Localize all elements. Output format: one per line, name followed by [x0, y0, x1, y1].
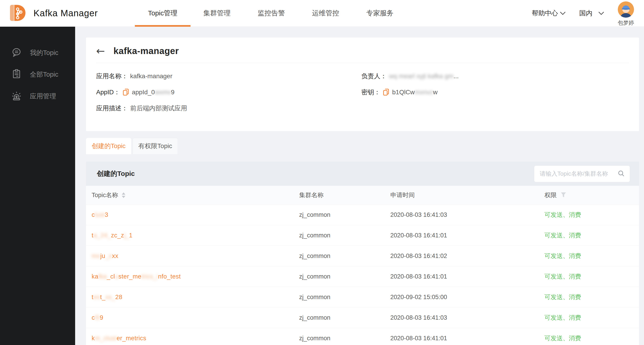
- cluster-name-cell: zj_common: [299, 273, 390, 280]
- topic-name-link[interactable]: cl59: [92, 314, 299, 321]
- secret-row: 密钥： b1QlCwmxnvzw: [361, 87, 629, 97]
- applied-time-cell: 2020-08-03 16:41:03: [390, 314, 544, 321]
- search-icon[interactable]: [618, 170, 625, 178]
- topic-tabs: 创建的Topic 有权限Topic: [86, 138, 644, 154]
- nav-item[interactable]: 运维管控: [298, 0, 353, 27]
- copy-icon[interactable]: [122, 88, 129, 96]
- cluster-name-cell: zj_common: [299, 314, 390, 321]
- owner-label: 负责人：: [361, 72, 387, 80]
- app-desc-label: 应用描述：: [96, 104, 128, 113]
- permission-cell: 可发送、消费: [544, 334, 639, 342]
- app-title: Kafka Manager: [34, 8, 98, 18]
- table-row: cl59 zj_common 2020-08-03 16:41:03 可发送、消…: [86, 308, 639, 328]
- owner-value: wq mearl xyjt kafka gm...: [389, 72, 459, 80]
- top-bar: Kafka Manager Topic管理 集群管理 监控告警 运维管控 专家服…: [0, 0, 644, 27]
- tab[interactable]: 创建的Topic: [86, 138, 131, 154]
- column-header-topic: Topic名称: [92, 191, 299, 199]
- column-header-permission-label: 权限: [544, 191, 557, 199]
- secret-label: 密钥：: [361, 88, 380, 96]
- nav-item[interactable]: 监控告警: [244, 0, 298, 27]
- topic-name-link[interactable]: test_xx_28: [92, 294, 299, 301]
- page-title-row: ← kafka-manager: [86, 37, 639, 56]
- sidebar-item[interactable]: 我的Topic: [0, 42, 75, 64]
- sidebar-item-icon: [11, 69, 22, 81]
- detail-left-column: 应用名称： kafka-manager AppID： appId_0wxmv9 …: [96, 71, 361, 119]
- app-detail-card: ← kafka-manager 应用名称： kafka-manager AppI…: [86, 37, 639, 131]
- nav-item[interactable]: 专家服务: [353, 0, 407, 27]
- nav-item-label: Topic管理: [148, 9, 178, 17]
- topic-name-link[interactable]: km_cluster_metrics: [92, 335, 299, 342]
- table-row: km_cluster_metrics zj_common 2020-08-03 …: [86, 328, 639, 345]
- search-input[interactable]: [539, 170, 618, 177]
- nav-item-label: 专家服务: [366, 9, 394, 17]
- app-name-label: 应用名称：: [96, 72, 128, 80]
- column-header-topic-label: Topic名称: [92, 191, 118, 199]
- table-body: clust3 zj_common 2020-08-03 16:41:03 可发送…: [86, 205, 639, 345]
- detail-right-column: 负责人： wq mearl xyjt kafka gm... 密钥： b1QlC…: [361, 71, 629, 119]
- column-header-permission: 权限: [544, 191, 639, 199]
- permission-cell: 可发送、消费: [544, 211, 639, 219]
- applied-time-cell: 2020-08-03 16:41:01: [390, 232, 544, 239]
- tab[interactable]: 有权限Topic: [132, 138, 178, 154]
- column-header-time: 申请时间: [390, 191, 544, 199]
- back-arrow-icon[interactable]: ←: [96, 46, 105, 56]
- nav-item-label: 运维管控: [312, 9, 339, 17]
- sidebar-item-label: 应用管理: [30, 92, 56, 101]
- applied-time-cell: 2020-08-03 16:41:01: [390, 273, 544, 280]
- tab-label: 有权限Topic: [138, 142, 172, 149]
- column-header-cluster-label: 集群名称: [299, 191, 324, 199]
- brand: Kafka Manager: [0, 3, 105, 24]
- owner-row: 负责人： wq mearl xyjt kafka gm...: [361, 71, 629, 81]
- sidebar-item[interactable]: 全部Topic: [0, 64, 75, 85]
- app-name-value: kafka-manager: [130, 72, 172, 80]
- secret-value: b1QlCwmxnvzw: [392, 89, 438, 96]
- sort-icon[interactable]: [122, 192, 125, 198]
- cluster-name-cell: zj_common: [299, 253, 390, 260]
- topic-name-link[interactable]: kafka_cluster_metrics_info_test: [92, 273, 299, 280]
- permission-cell: 可发送、消费: [544, 273, 639, 281]
- applied-time-cell: 2020-08-03 16:41:01: [390, 335, 544, 342]
- region-select[interactable]: 国内: [579, 9, 604, 18]
- nav-item[interactable]: 集群管理: [190, 0, 244, 27]
- permission-cell: 可发送、消费: [544, 252, 639, 260]
- page-title: kafka-manager: [114, 46, 179, 56]
- table-row: kafka_cluster_metrics_info_test zj_commo…: [86, 266, 639, 287]
- column-header-cluster: 集群名称: [299, 191, 390, 199]
- chevron-down-icon: [598, 9, 604, 17]
- topic-name-link[interactable]: clust3: [92, 211, 299, 218]
- user-menu[interactable]: 包梦婷: [618, 0, 634, 26]
- section-title: 创建的Topic: [97, 169, 135, 178]
- help-center-label: 帮助中心: [532, 9, 558, 18]
- table-row: moju_xxx zj_common 2020-08-03 16:41:02 可…: [86, 246, 639, 266]
- table-row: clust3 zj_common 2020-08-03 16:41:03 可发送…: [86, 205, 639, 225]
- copy-icon[interactable]: [383, 88, 390, 96]
- permission-cell: 可发送、消费: [544, 314, 639, 322]
- sidebar-item-icon: [11, 90, 22, 102]
- applied-time-cell: 2020-09-02 15:05:00: [390, 294, 544, 301]
- app-desc-value: 前后端内部测试应用: [130, 104, 187, 113]
- app-detail-fields: 应用名称： kafka-manager AppID： appId_0wxmv9 …: [86, 63, 639, 119]
- filter-icon[interactable]: [561, 192, 566, 198]
- topic-name-link[interactable]: ta_24_zc_zj_1: [92, 232, 299, 239]
- applied-time-cell: 2020-08-03 16:41:02: [390, 253, 544, 260]
- cluster-name-cell: zj_common: [299, 211, 390, 218]
- table-header-row: Topic名称 集群名称 申请时间 权限: [86, 186, 639, 205]
- user-name: 包梦婷: [618, 19, 634, 26]
- section-header: 创建的Topic: [86, 162, 639, 186]
- cluster-name-cell: zj_common: [299, 232, 390, 239]
- cluster-name-cell: zj_common: [299, 294, 390, 301]
- nav-item-label: 监控告警: [258, 9, 285, 17]
- help-center-menu[interactable]: 帮助中心: [532, 9, 566, 18]
- nav-item-label: 集群管理: [204, 9, 230, 17]
- app-id-label: AppID：: [96, 88, 120, 96]
- permission-cell: 可发送、消费: [544, 231, 639, 239]
- main-nav: Topic管理 集群管理 监控告警 运维管控 专家服务: [136, 0, 407, 27]
- sidebar-item[interactable]: 应用管理: [0, 85, 75, 107]
- search-box: [534, 165, 630, 182]
- sidebar: 我的Topic 全部Topic 应用管理: [0, 27, 75, 345]
- table-row: test_xx_28 zj_common 2020-09-02 15:05:00…: [86, 287, 639, 308]
- column-header-time-label: 申请时间: [390, 191, 415, 199]
- nav-item[interactable]: Topic管理: [136, 0, 190, 27]
- applied-time-cell: 2020-08-03 16:41:03: [390, 211, 544, 218]
- topic-name-link[interactable]: moju_xxx: [92, 253, 299, 260]
